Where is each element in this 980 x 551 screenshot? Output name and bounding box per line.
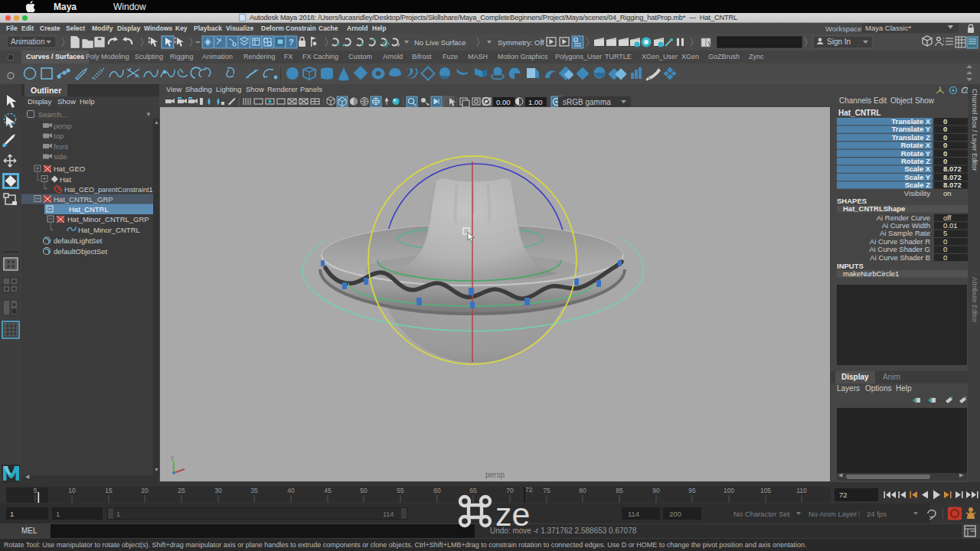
svg-text:200: 200: [669, 510, 681, 518]
svg-text:persp: persp: [485, 471, 505, 479]
svg-text:Visibility: Visibility: [904, 189, 930, 197]
svg-text:0: 0: [943, 133, 947, 142]
svg-text:80: 80: [579, 487, 586, 494]
svg-text:Hat_Minor_CNTRL_GRP: Hat_Minor_CNTRL_GRP: [67, 215, 149, 223]
svg-text:front: front: [54, 142, 68, 151]
svg-text:Hat: Hat: [60, 175, 71, 184]
svg-text:off: off: [943, 214, 952, 222]
svg-text:5: 5: [943, 229, 947, 237]
svg-text:Translate Z: Translate Z: [892, 133, 930, 142]
svg-text:Ai Curve Shader B: Ai Curve Shader B: [870, 253, 930, 262]
svg-text:50: 50: [360, 487, 368, 494]
svg-text:Ai Curve Shader G: Ai Curve Shader G: [869, 245, 930, 253]
svg-text:Translate Y: Translate Y: [891, 125, 930, 133]
svg-text:100: 100: [724, 487, 734, 494]
svg-text:Rotate Z: Rotate Z: [901, 157, 930, 165]
svg-text:110: 110: [796, 487, 807, 494]
svg-text:makeNurbCircle1: makeNurbCircle1: [843, 269, 899, 278]
svg-text:Hat_GEO_parentConstraint1: Hat_GEO_parentConstraint1: [64, 186, 153, 194]
svg-text:0.01: 0.01: [943, 221, 958, 230]
svg-text:0.00: 0.00: [496, 98, 511, 106]
svg-text:0: 0: [943, 245, 947, 253]
svg-text:5: 5: [34, 487, 38, 494]
svg-text:defaultLightSet: defaultLightSet: [54, 236, 103, 245]
svg-text:ze: ze: [495, 496, 530, 530]
svg-text:Ai Render Curve: Ai Render Curve: [877, 214, 930, 222]
svg-text:Scale X: Scale X: [904, 165, 930, 173]
svg-text:0: 0: [943, 149, 947, 158]
svg-text:75: 75: [543, 487, 550, 494]
svg-text:Rotate Y: Rotate Y: [901, 149, 931, 158]
svg-text:0: 0: [943, 125, 947, 133]
svg-text:72: 72: [839, 491, 848, 499]
svg-text:105: 105: [760, 487, 771, 494]
svg-text:Ai Curve Width: Ai Curve Width: [882, 221, 930, 230]
svg-text:1: 1: [10, 510, 14, 518]
svg-text:40: 40: [287, 487, 295, 494]
svg-text:30: 30: [214, 487, 222, 494]
svg-text:85: 85: [616, 487, 623, 494]
svg-text:60: 60: [433, 487, 441, 494]
svg-text:8.072: 8.072: [943, 165, 962, 173]
svg-text:Sign In: Sign In: [827, 37, 851, 46]
svg-text:8.072: 8.072: [943, 173, 962, 181]
svg-text:15: 15: [105, 487, 113, 494]
svg-text:?: ?: [289, 37, 294, 47]
svg-text:Hat_Minor_CNTRL: Hat_Minor_CNTRL: [78, 226, 140, 234]
svg-text:90: 90: [652, 487, 660, 494]
svg-text:Ai Sample Rate: Ai Sample Rate: [880, 229, 930, 237]
svg-text:0: 0: [943, 253, 947, 262]
svg-text:1: 1: [56, 510, 60, 518]
svg-text:defaultObjectSet: defaultObjectSet: [54, 247, 108, 256]
svg-text:sRGB gamma: sRGB gamma: [563, 98, 611, 106]
svg-text:0: 0: [943, 237, 947, 246]
svg-text:Symmetry: Off: Symmetry: Off: [498, 38, 544, 47]
svg-text:20: 20: [141, 487, 149, 494]
svg-text:0: 0: [943, 141, 947, 149]
svg-text:on: on: [943, 189, 952, 197]
svg-text:No Anim Layer: No Anim Layer: [808, 510, 856, 518]
svg-text:y: y: [171, 454, 174, 461]
svg-text:55: 55: [397, 487, 404, 494]
svg-text:Rotate X: Rotate X: [900, 141, 930, 149]
svg-text:1: 1: [116, 510, 120, 518]
svg-text:Scale Y: Scale Y: [904, 173, 930, 181]
svg-text:35: 35: [250, 487, 258, 494]
svg-text:10: 10: [68, 487, 76, 494]
svg-text:top: top: [54, 132, 64, 140]
svg-text:95: 95: [688, 487, 696, 494]
svg-text:No Live Surface: No Live Surface: [414, 38, 466, 47]
svg-text:45: 45: [324, 487, 332, 494]
svg-text:8.072: 8.072: [943, 181, 962, 189]
svg-text:Animation: Animation: [11, 37, 44, 46]
svg-text:Hat_GEO: Hat_GEO: [54, 165, 85, 173]
svg-text:25: 25: [178, 487, 185, 494]
svg-text:Hat_CNTRL: Hat_CNTRL: [69, 205, 109, 214]
svg-text:114: 114: [628, 510, 639, 518]
svg-text:Hat_CNTRL_GRP: Hat_CNTRL_GRP: [54, 195, 113, 204]
svg-text:No Character Set: No Character Set: [733, 510, 790, 518]
svg-text:114: 114: [383, 510, 394, 518]
svg-text:persp: persp: [54, 122, 72, 130]
svg-text:Hat_CNTRLShape: Hat_CNTRLShape: [843, 204, 905, 213]
svg-text:0: 0: [943, 157, 947, 165]
svg-text:1.00: 1.00: [528, 98, 543, 106]
svg-text:side: side: [54, 152, 67, 161]
svg-text:Ai Curve Shader R: Ai Curve Shader R: [870, 237, 930, 246]
svg-text:24 fps: 24 fps: [867, 510, 887, 518]
svg-text:Scale Z: Scale Z: [905, 181, 930, 189]
